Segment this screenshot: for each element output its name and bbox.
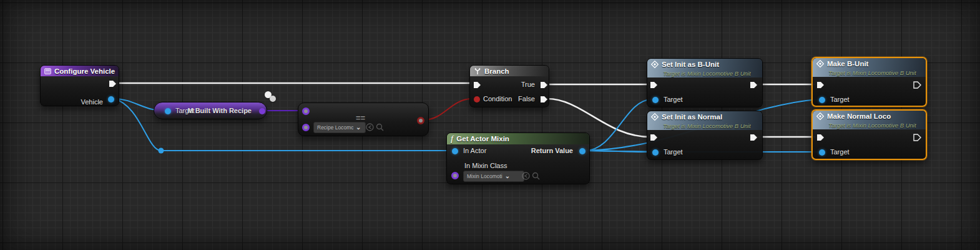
return-value-pin[interactable]: [579, 148, 586, 154]
exec-out-pin[interactable]: [108, 79, 117, 88]
node-get-actor-mixin[interactable]: f Get Actor Mixin In Actor Return Value …: [446, 132, 590, 184]
function-call-icon: [651, 113, 659, 121]
target-in-pin[interactable]: [819, 97, 825, 103]
node-make-b-unit[interactable]: Make B-Unit Target is Mixin Locomotive B…: [811, 57, 927, 107]
node-title: Set Init as Normal: [662, 113, 722, 121]
in-actor-pin[interactable]: [452, 148, 458, 154]
node-make-normal-loco[interactable]: Make Normal Loco Target is Mixin Locomot…: [811, 109, 927, 160]
reroute-node[interactable]: [159, 148, 164, 154]
condition-in-pin[interactable]: [474, 96, 480, 102]
exec-in-pin[interactable]: [473, 81, 481, 89]
condition-pin-label: Condition: [483, 95, 512, 102]
target-pin-label: Target: [664, 96, 683, 103]
node-title: Get Actor Mixin: [456, 135, 509, 142]
wire-returnvalue-to-setb-target[interactable]: [585, 99, 652, 151]
false-exec-out-pin[interactable]: [539, 95, 548, 104]
true-exec-out-pin[interactable]: [539, 81, 548, 89]
node-get-m-built-with-recipe[interactable]: Target M Built With Recipe: [154, 102, 267, 119]
node-subtitle: Target is Mixin Locomotive B Unit: [651, 122, 757, 129]
search-icon[interactable]: [376, 123, 384, 131]
target-in-pin[interactable]: [652, 149, 659, 156]
equal-result-out-pin[interactable]: [417, 117, 424, 124]
use-selected-icon[interactable]: [366, 123, 374, 131]
false-pin-label: False: [518, 95, 535, 102]
exec-in-pin[interactable]: [649, 81, 658, 89]
function-call-icon: [816, 112, 824, 120]
true-pin-label: True: [521, 81, 535, 88]
function-call-icon: [651, 61, 659, 68]
exec-out-pin[interactable]: [913, 81, 921, 89]
in-actor-label: In Actor: [463, 147, 486, 154]
node-equal-compare[interactable]: == Recipe Locomo ⌄: [298, 102, 429, 136]
target-in-pin[interactable]: [819, 149, 825, 156]
dropdown-value: Recipe Locomo: [317, 124, 353, 131]
variable-name-label: M Built With Recipe: [187, 107, 252, 114]
node-subtitle: Target is Mixin Locomotive B Unit: [651, 70, 757, 77]
dropdown-value: Mixin Locomoti: [467, 173, 502, 179]
in-mixin-class-pin[interactable]: [451, 172, 459, 179]
exec-out-pin[interactable]: [749, 133, 758, 142]
return-value-label: Return Value: [531, 147, 573, 154]
function-icon: f: [451, 134, 453, 144]
node-branch[interactable]: Branch Condition True False: [469, 65, 549, 108]
node-title: Set Init as B-Unit: [662, 61, 719, 68]
node-subtitle: Target is Mixin Locomotive B Unit: [816, 69, 921, 76]
vehicle-out-pin[interactable]: [108, 96, 114, 102]
exec-in-pin[interactable]: [816, 81, 825, 89]
recipe-class-dropdown[interactable]: Recipe Locomo ⌄: [313, 122, 366, 133]
mixin-class-dropdown[interactable]: Mixin Locomoti ⌄: [463, 171, 524, 182]
use-selected-icon[interactable]: [522, 172, 530, 180]
blueprint-graph-canvas[interactable]: Configure Vehicle Vehicle Target M Built…: [0, 0, 980, 250]
bubble-indicator: [270, 96, 276, 102]
equal-input-b-pin[interactable]: [302, 124, 310, 131]
search-icon[interactable]: [532, 172, 540, 180]
node-subtitle: Target is Mixin Locomotive B Unit: [816, 122, 921, 129]
exec-in-pin[interactable]: [816, 133, 825, 142]
node-title: Make Normal Loco: [827, 112, 891, 120]
function-call-icon: [816, 60, 824, 68]
target-in-pin[interactable]: [165, 108, 171, 114]
value-out-pin[interactable]: [259, 108, 265, 114]
node-set-init-as-b-unit[interactable]: Set Init as B-Unit Target is Mixin Locom…: [647, 58, 763, 108]
target-pin-label: Target: [830, 96, 850, 103]
exec-in-pin[interactable]: [649, 133, 658, 142]
target-in-pin[interactable]: [652, 97, 659, 103]
equals-icon: ==: [356, 113, 365, 122]
wire-exec-false-to-setnormal[interactable]: [547, 99, 650, 137]
target-pin-label: Target: [830, 148, 850, 156]
exec-out-pin[interactable]: [749, 81, 758, 89]
collapsed-graph-icon: [44, 68, 51, 74]
wire-equal-to-condition[interactable]: [423, 99, 473, 120]
node-set-init-as-normal[interactable]: Set Init as Normal Target is Mixin Locom…: [647, 111, 763, 160]
target-pin-label: Target: [664, 148, 683, 156]
vehicle-pin-label: Vehicle: [81, 98, 103, 106]
in-mixin-class-label: In Mixin Class: [464, 162, 507, 169]
exec-out-pin[interactable]: [913, 133, 921, 142]
node-title: Make B-Unit: [827, 60, 868, 68]
chevron-down-icon: ⌄: [505, 174, 510, 179]
chevron-down-icon: ⌄: [356, 125, 361, 130]
node-title: Branch: [484, 68, 509, 75]
node-configure-vehicle[interactable]: Configure Vehicle Vehicle: [40, 65, 119, 106]
node-title: Configure Vehicle: [54, 68, 115, 75]
equal-input-a-pin[interactable]: [302, 108, 310, 115]
branch-icon: [474, 68, 481, 75]
